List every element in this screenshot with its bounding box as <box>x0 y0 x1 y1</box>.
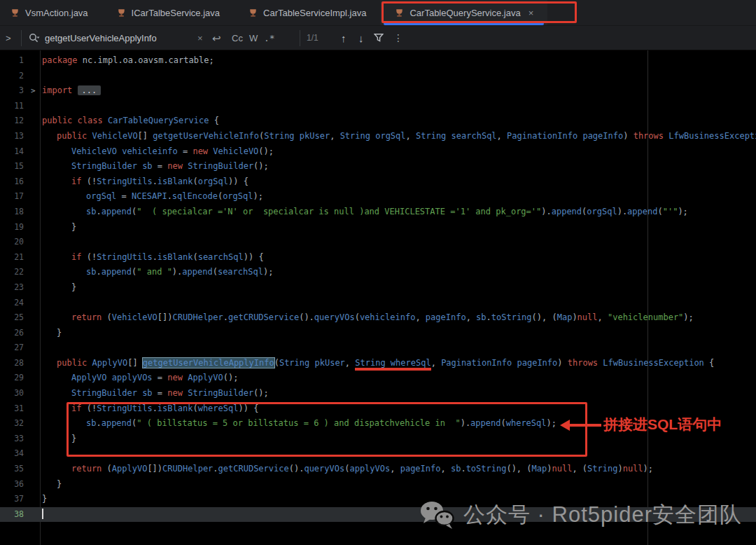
newline-icon[interactable]: ↩ <box>212 26 221 50</box>
more-options-icon[interactable]: ⋮ <box>393 26 403 50</box>
tab-label: CarTableQueryService.java <box>410 8 520 18</box>
line-number[interactable]: 22 <box>0 265 24 280</box>
code-editor[interactable]: 1package nc.impl.oa.oavsm.cartable;23>im… <box>0 50 756 545</box>
line-number[interactable]: 25 <box>0 310 24 326</box>
line-number[interactable]: 20 <box>0 235 24 250</box>
match-case-toggle[interactable]: Cc <box>232 26 243 50</box>
line-number[interactable]: 19 <box>0 220 24 235</box>
line-number[interactable]: 35 <box>0 462 24 477</box>
tab-icartalbeservice-java[interactable]: ICarTalbeService.java <box>102 0 234 25</box>
line-number[interactable]: 24 <box>0 296 24 311</box>
line-number[interactable]: 21 <box>0 250 24 265</box>
line-number[interactable]: 11 <box>0 99 24 114</box>
code-line-37[interactable]: 37} <box>0 492 756 507</box>
code-line-1[interactable]: 1package nc.impl.oa.oavsm.cartable; <box>0 53 756 69</box>
search-icon[interactable] <box>28 32 41 45</box>
code-line-18[interactable]: 18sb.append(" ( specialcar ='N' or speci… <box>0 205 756 220</box>
text-caret <box>42 509 43 519</box>
code-line-24[interactable]: 24 <box>0 296 756 311</box>
code-line-21[interactable]: 21if (!StringUtils.isBlank(searchSql)) { <box>0 250 756 265</box>
code-line-14[interactable]: 14VehicleVO vehicleinfo = new VehicleVO(… <box>0 144 756 160</box>
class-icon <box>394 8 405 18</box>
line-number[interactable]: 38 <box>0 507 24 523</box>
ide-window: VsmAction.javaICarTalbeService.javaCarTa… <box>0 0 756 545</box>
tab-label: VsmAction.java <box>25 8 88 18</box>
code-line-19[interactable]: 19} <box>0 220 756 235</box>
line-number[interactable]: 26 <box>0 326 24 341</box>
code-line-2[interactable]: 2 <box>0 69 756 84</box>
code-line-34[interactable]: 34 <box>0 446 756 462</box>
line-number[interactable]: 33 <box>0 432 24 447</box>
code-line-25[interactable]: 25return (VehicleVO[])CRUDHelper.getCRUD… <box>0 310 756 326</box>
line-number[interactable]: 37 <box>0 492 24 507</box>
code-line-31[interactable]: 31if (!StringUtils.isBlank(whereSql)) { <box>0 401 756 417</box>
line-number[interactable]: 23 <box>0 280 24 296</box>
divider <box>21 30 22 46</box>
line-number[interactable]: 29 <box>0 371 24 386</box>
expand-find-chevron-icon[interactable]: > <box>6 26 11 50</box>
line-number[interactable]: 15 <box>0 159 24 174</box>
code-line-17[interactable]: 17orgSql = NCESAPI.sqlEncode(orgSql); <box>0 189 756 205</box>
line-number[interactable]: 28 <box>0 356 24 371</box>
tab-label: CarTableServiceImpl.java <box>263 8 366 18</box>
code-line-35[interactable]: 35return (ApplyVO[])CRUDHelper.getCRUDSe… <box>0 462 756 477</box>
code-lines: 1package nc.impl.oa.oavsm.cartable;23>im… <box>0 53 756 522</box>
line-number[interactable]: 16 <box>0 174 24 190</box>
tab-label: ICarTalbeService.java <box>132 8 220 18</box>
code-line-15[interactable]: 15StringBuilder sb = new StringBuilder()… <box>0 159 756 174</box>
line-number[interactable]: 36 <box>0 477 24 492</box>
class-icon <box>248 8 258 18</box>
tab-cartableserviceimpl-java[interactable]: CarTableServiceImpl.java <box>234 0 380 25</box>
fold-arrow-icon[interactable]: > <box>31 83 36 99</box>
clear-search-icon[interactable]: × <box>197 26 203 50</box>
next-match-button[interactable]: ↓ <box>358 26 364 50</box>
line-number[interactable]: 32 <box>0 416 24 432</box>
line-number[interactable]: 18 <box>0 205 24 220</box>
find-bar: > × ↩ Cc W .* 1/1 ↑ ↓ ⋮ <box>0 25 756 50</box>
code-line-3[interactable]: 3>import ... <box>0 83 756 99</box>
line-number[interactable]: 30 <box>0 386 24 401</box>
code-line-28[interactable]: 28public ApplyVO[] getgetUserVehicleAppl… <box>0 356 756 371</box>
code-line-22[interactable]: 22sb.append(" and ").append(searchSql); <box>0 265 756 280</box>
code-line-20[interactable]: 20 <box>0 235 756 250</box>
filter-icon[interactable] <box>374 33 384 44</box>
class-icon <box>116 8 127 18</box>
tab-close-icon[interactable]: × <box>528 8 534 18</box>
code-line-30[interactable]: 30StringBuilder sb = new StringBuilder()… <box>0 386 756 401</box>
line-number[interactable]: 17 <box>0 189 24 205</box>
line-number[interactable]: 12 <box>0 113 24 129</box>
line-number[interactable]: 31 <box>0 401 24 417</box>
code-line-27[interactable]: 27 <box>0 340 756 356</box>
match-counter: 1/1 <box>307 26 318 50</box>
tab-bar: VsmAction.javaICarTalbeService.javaCarTa… <box>0 0 756 25</box>
tab-cartablequeryservice-java[interactable]: CarTableQueryService.java× <box>380 0 547 25</box>
line-number[interactable]: 13 <box>0 129 24 144</box>
regex-toggle[interactable]: .* <box>264 26 275 50</box>
annotation-arrow-icon <box>560 420 602 431</box>
code-line-38[interactable]: 38 <box>0 507 756 523</box>
class-icon <box>10 8 20 18</box>
code-line-16[interactable]: 16if (!StringUtils.isBlank(orgSql)) { <box>0 174 756 190</box>
line-number[interactable]: 2 <box>0 69 24 84</box>
code-line-13[interactable]: 13public VehicleVO[] getgetUserVehicleIn… <box>0 129 756 144</box>
search-input[interactable] <box>45 29 193 47</box>
code-line-12[interactable]: 12public class CarTableQueryService { <box>0 113 756 129</box>
code-line-36[interactable]: 36} <box>0 477 756 492</box>
code-line-29[interactable]: 29ApplyVO applyVOs = new ApplyVO(); <box>0 371 756 386</box>
line-number[interactable]: 14 <box>0 144 24 160</box>
annotation-label: 拼接进SQL语句中 <box>603 415 722 434</box>
words-toggle[interactable]: W <box>249 26 258 50</box>
code-line-11[interactable]: 11 <box>0 99 756 114</box>
line-number[interactable]: 3 <box>0 83 24 99</box>
line-number[interactable]: 1 <box>0 53 24 69</box>
line-number[interactable]: 34 <box>0 446 24 462</box>
code-line-26[interactable]: 26} <box>0 326 756 341</box>
code-line-23[interactable]: 23} <box>0 280 756 296</box>
previous-match-button[interactable]: ↑ <box>341 26 346 50</box>
line-number[interactable]: 27 <box>0 340 24 356</box>
tab-vsmaction-java[interactable]: VsmAction.java <box>0 0 102 25</box>
divider <box>300 30 300 46</box>
